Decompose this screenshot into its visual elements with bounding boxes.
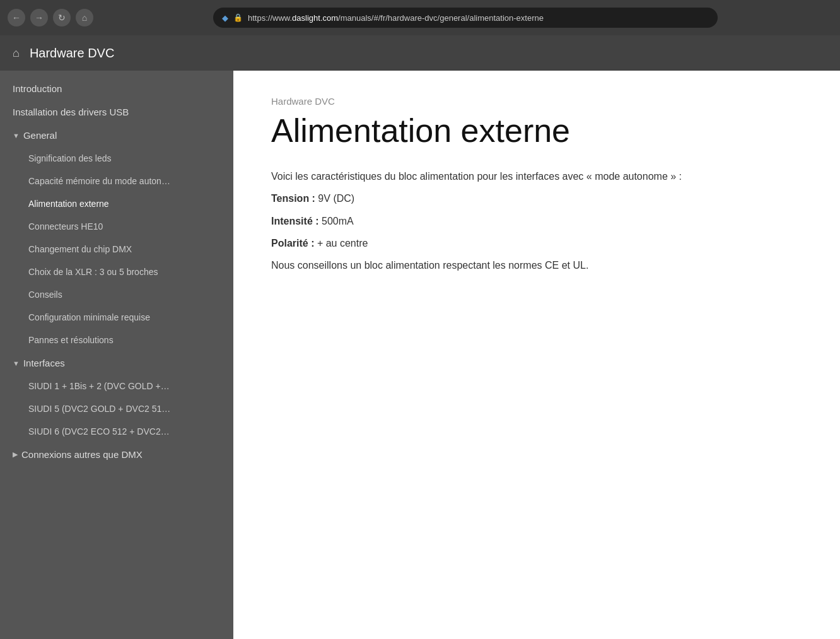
sidebar-item-siudi-5[interactable]: SIUDI 5 (DVC2 GOLD + DVC2 51… (0, 397, 233, 420)
sidebar-item-choix-xlr[interactable]: Choix de la XLR : 3 ou 5 broches (0, 261, 233, 283)
lock-icon: 🔒 (233, 13, 243, 22)
sidebar: Introduction Installation des drivers US… (0, 71, 233, 639)
forward-button[interactable]: → (30, 9, 48, 26)
chevron-general-icon: ▼ (13, 132, 20, 139)
chevron-connexions-icon: ▶ (13, 450, 18, 459)
tension-line: Tension : 9V (DC) (271, 190, 713, 207)
intensite-label: Intensité : (271, 216, 319, 226)
tension-label: Tension : (271, 193, 315, 204)
conseil-text: Nous conseillons un bloc alimentation re… (271, 257, 713, 274)
sidebar-item-introduction[interactable]: Introduction (0, 77, 233, 100)
intensite-value: 500mA (319, 216, 354, 226)
sidebar-section-connexions[interactable]: ▶ Connexions autres que DMX (0, 443, 233, 466)
sidebar-item-siudi-1[interactable]: SIUDI 1 + 1Bis + 2 (DVC GOLD +… (0, 375, 233, 397)
home-button[interactable]: ⌂ (76, 9, 93, 26)
sidebar-section-interfaces-label: Interfaces (23, 358, 65, 368)
page-title: Alimentation externe (271, 113, 802, 149)
sidebar-item-introduction-label: Introduction (13, 83, 62, 94)
content-body: Voici les caractéristiques du bloc alime… (271, 168, 713, 274)
url-text: https://www.daslight.com/manuals/#/fr/ha… (248, 13, 709, 23)
intro-text: Voici les caractéristiques du bloc alime… (271, 168, 713, 185)
app-header: ⌂ Hardware DVC (0, 35, 840, 71)
polarite-line: Polarité : + au centre (271, 235, 713, 252)
polarite-label: Polarité : (271, 238, 314, 249)
sidebar-item-conseils[interactable]: Conseils (0, 283, 233, 306)
browser-bar: ← → ↻ ⌂ ◆ 🔒 https://www.daslight.com/man… (0, 0, 840, 35)
main-layout: Introduction Installation des drivers US… (0, 71, 840, 639)
breadcrumb: Hardware DVC (271, 96, 802, 107)
sidebar-section-connexions-label: Connexions autres que DMX (21, 449, 143, 460)
home-icon[interactable]: ⌂ (13, 47, 20, 60)
reload-button[interactable]: ↻ (53, 9, 71, 26)
sidebar-item-installation-drivers[interactable]: Installation des drivers USB (0, 100, 233, 124)
sidebar-section-interfaces[interactable]: ▼ Interfaces (0, 351, 233, 375)
sidebar-section-general[interactable]: ▼ General (0, 124, 233, 147)
content-area: Hardware DVC Alimentation externe Voici … (233, 71, 840, 639)
sidebar-item-signification-leds[interactable]: Signification des leds (0, 147, 233, 170)
back-button[interactable]: ← (8, 9, 25, 26)
sidebar-item-alimentation-externe[interactable]: Alimentation externe (0, 192, 233, 215)
polarite-value: + au centre (314, 238, 368, 249)
sidebar-item-config-minimale[interactable]: Configuration minimale requise (0, 306, 233, 329)
sidebar-section-general-label: General (23, 130, 57, 141)
sidebar-item-installation-label: Installation des drivers USB (13, 107, 129, 117)
sidebar-item-siudi-6[interactable]: SIUDI 6 (DVC2 ECO 512 + DVC2… (0, 420, 233, 443)
shield-icon: ◆ (222, 13, 228, 23)
tension-value: 9V (DC) (315, 193, 354, 204)
address-bar[interactable]: ◆ 🔒 https://www.daslight.com/manuals/#/f… (213, 8, 718, 28)
app-title: Hardware DVC (30, 46, 114, 61)
sidebar-item-pannes[interactable]: Pannes et résolutions (0, 329, 233, 351)
sidebar-item-capacite-memoire[interactable]: Capacité mémoire du mode auton… (0, 170, 233, 192)
sidebar-item-changement-chip[interactable]: Changement du chip DMX (0, 238, 233, 261)
sidebar-item-connecteurs-he10[interactable]: Connecteurs HE10 (0, 215, 233, 238)
chevron-interfaces-icon: ▼ (13, 360, 20, 367)
intensite-line: Intensité : 500mA (271, 213, 713, 230)
